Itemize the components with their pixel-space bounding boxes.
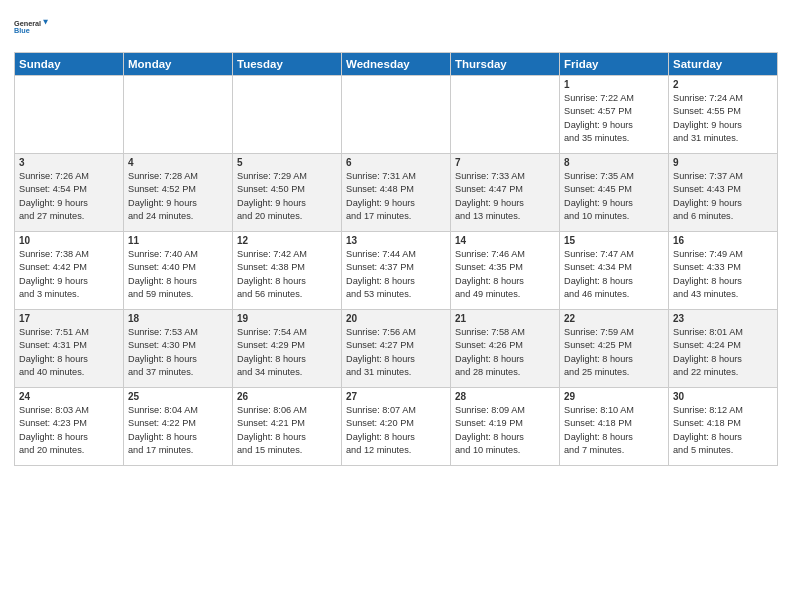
calendar-cell: 20Sunrise: 7:56 AMSunset: 4:27 PMDayligh… xyxy=(342,310,451,388)
day-number: 6 xyxy=(346,157,446,168)
day-number: 27 xyxy=(346,391,446,402)
day-number: 7 xyxy=(455,157,555,168)
day-number: 15 xyxy=(564,235,664,246)
page-header: General Blue xyxy=(14,10,778,44)
day-info: Sunrise: 8:04 AMSunset: 4:22 PMDaylight:… xyxy=(128,404,228,457)
day-info: Sunrise: 7:46 AMSunset: 4:35 PMDaylight:… xyxy=(455,248,555,301)
calendar-cell: 25Sunrise: 8:04 AMSunset: 4:22 PMDayligh… xyxy=(124,388,233,466)
calendar-cell: 7Sunrise: 7:33 AMSunset: 4:47 PMDaylight… xyxy=(451,154,560,232)
day-number: 29 xyxy=(564,391,664,402)
day-info: Sunrise: 8:09 AMSunset: 4:19 PMDaylight:… xyxy=(455,404,555,457)
day-number: 19 xyxy=(237,313,337,324)
calendar-cell xyxy=(451,76,560,154)
calendar-cell: 9Sunrise: 7:37 AMSunset: 4:43 PMDaylight… xyxy=(669,154,778,232)
day-info: Sunrise: 7:22 AMSunset: 4:57 PMDaylight:… xyxy=(564,92,664,145)
svg-marker-2 xyxy=(43,20,48,25)
col-header-sunday: Sunday xyxy=(15,53,124,76)
day-info: Sunrise: 7:29 AMSunset: 4:50 PMDaylight:… xyxy=(237,170,337,223)
day-number: 24 xyxy=(19,391,119,402)
calendar-cell: 21Sunrise: 7:58 AMSunset: 4:26 PMDayligh… xyxy=(451,310,560,388)
day-info: Sunrise: 7:49 AMSunset: 4:33 PMDaylight:… xyxy=(673,248,773,301)
calendar-cell: 3Sunrise: 7:26 AMSunset: 4:54 PMDaylight… xyxy=(15,154,124,232)
calendar-cell: 8Sunrise: 7:35 AMSunset: 4:45 PMDaylight… xyxy=(560,154,669,232)
svg-text:Blue: Blue xyxy=(14,26,30,35)
day-number: 10 xyxy=(19,235,119,246)
day-number: 17 xyxy=(19,313,119,324)
day-info: Sunrise: 7:54 AMSunset: 4:29 PMDaylight:… xyxy=(237,326,337,379)
calendar-cell: 14Sunrise: 7:46 AMSunset: 4:35 PMDayligh… xyxy=(451,232,560,310)
day-info: Sunrise: 7:51 AMSunset: 4:31 PMDaylight:… xyxy=(19,326,119,379)
calendar-cell: 16Sunrise: 7:49 AMSunset: 4:33 PMDayligh… xyxy=(669,232,778,310)
calendar-cell xyxy=(15,76,124,154)
day-info: Sunrise: 7:58 AMSunset: 4:26 PMDaylight:… xyxy=(455,326,555,379)
calendar-cell: 22Sunrise: 7:59 AMSunset: 4:25 PMDayligh… xyxy=(560,310,669,388)
calendar-cell: 10Sunrise: 7:38 AMSunset: 4:42 PMDayligh… xyxy=(15,232,124,310)
week-row-1: 1Sunrise: 7:22 AMSunset: 4:57 PMDaylight… xyxy=(15,76,778,154)
day-info: Sunrise: 7:28 AMSunset: 4:52 PMDaylight:… xyxy=(128,170,228,223)
calendar-cell: 23Sunrise: 8:01 AMSunset: 4:24 PMDayligh… xyxy=(669,310,778,388)
day-info: Sunrise: 8:06 AMSunset: 4:21 PMDaylight:… xyxy=(237,404,337,457)
day-info: Sunrise: 7:59 AMSunset: 4:25 PMDaylight:… xyxy=(564,326,664,379)
day-info: Sunrise: 7:31 AMSunset: 4:48 PMDaylight:… xyxy=(346,170,446,223)
day-info: Sunrise: 7:44 AMSunset: 4:37 PMDaylight:… xyxy=(346,248,446,301)
day-info: Sunrise: 8:07 AMSunset: 4:20 PMDaylight:… xyxy=(346,404,446,457)
day-number: 8 xyxy=(564,157,664,168)
day-number: 20 xyxy=(346,313,446,324)
calendar-cell: 24Sunrise: 8:03 AMSunset: 4:23 PMDayligh… xyxy=(15,388,124,466)
calendar-cell xyxy=(233,76,342,154)
day-info: Sunrise: 7:40 AMSunset: 4:40 PMDaylight:… xyxy=(128,248,228,301)
calendar-cell: 13Sunrise: 7:44 AMSunset: 4:37 PMDayligh… xyxy=(342,232,451,310)
day-number: 28 xyxy=(455,391,555,402)
day-number: 26 xyxy=(237,391,337,402)
calendar-cell: 4Sunrise: 7:28 AMSunset: 4:52 PMDaylight… xyxy=(124,154,233,232)
day-number: 5 xyxy=(237,157,337,168)
calendar-cell: 1Sunrise: 7:22 AMSunset: 4:57 PMDaylight… xyxy=(560,76,669,154)
day-number: 30 xyxy=(673,391,773,402)
calendar-cell: 17Sunrise: 7:51 AMSunset: 4:31 PMDayligh… xyxy=(15,310,124,388)
calendar-cell xyxy=(342,76,451,154)
day-info: Sunrise: 7:38 AMSunset: 4:42 PMDaylight:… xyxy=(19,248,119,301)
calendar-cell: 15Sunrise: 7:47 AMSunset: 4:34 PMDayligh… xyxy=(560,232,669,310)
week-row-5: 24Sunrise: 8:03 AMSunset: 4:23 PMDayligh… xyxy=(15,388,778,466)
day-number: 25 xyxy=(128,391,228,402)
day-info: Sunrise: 7:42 AMSunset: 4:38 PMDaylight:… xyxy=(237,248,337,301)
header-row: SundayMondayTuesdayWednesdayThursdayFrid… xyxy=(15,53,778,76)
col-header-tuesday: Tuesday xyxy=(233,53,342,76)
calendar-cell: 29Sunrise: 8:10 AMSunset: 4:18 PMDayligh… xyxy=(560,388,669,466)
day-info: Sunrise: 7:47 AMSunset: 4:34 PMDaylight:… xyxy=(564,248,664,301)
calendar-cell: 28Sunrise: 8:09 AMSunset: 4:19 PMDayligh… xyxy=(451,388,560,466)
week-row-3: 10Sunrise: 7:38 AMSunset: 4:42 PMDayligh… xyxy=(15,232,778,310)
day-number: 11 xyxy=(128,235,228,246)
day-number: 21 xyxy=(455,313,555,324)
day-number: 14 xyxy=(455,235,555,246)
day-info: Sunrise: 7:37 AMSunset: 4:43 PMDaylight:… xyxy=(673,170,773,223)
calendar-cell: 6Sunrise: 7:31 AMSunset: 4:48 PMDaylight… xyxy=(342,154,451,232)
col-header-thursday: Thursday xyxy=(451,53,560,76)
day-info: Sunrise: 7:33 AMSunset: 4:47 PMDaylight:… xyxy=(455,170,555,223)
calendar-cell xyxy=(124,76,233,154)
logo-svg: General Blue xyxy=(14,10,48,44)
day-number: 23 xyxy=(673,313,773,324)
day-number: 22 xyxy=(564,313,664,324)
calendar-cell: 27Sunrise: 8:07 AMSunset: 4:20 PMDayligh… xyxy=(342,388,451,466)
col-header-saturday: Saturday xyxy=(669,53,778,76)
day-number: 2 xyxy=(673,79,773,90)
week-row-2: 3Sunrise: 7:26 AMSunset: 4:54 PMDaylight… xyxy=(15,154,778,232)
calendar-cell: 11Sunrise: 7:40 AMSunset: 4:40 PMDayligh… xyxy=(124,232,233,310)
day-info: Sunrise: 7:24 AMSunset: 4:55 PMDaylight:… xyxy=(673,92,773,145)
calendar-cell: 26Sunrise: 8:06 AMSunset: 4:21 PMDayligh… xyxy=(233,388,342,466)
logo: General Blue xyxy=(14,10,48,44)
calendar-cell: 2Sunrise: 7:24 AMSunset: 4:55 PMDaylight… xyxy=(669,76,778,154)
col-header-monday: Monday xyxy=(124,53,233,76)
calendar-cell: 5Sunrise: 7:29 AMSunset: 4:50 PMDaylight… xyxy=(233,154,342,232)
calendar-cell: 18Sunrise: 7:53 AMSunset: 4:30 PMDayligh… xyxy=(124,310,233,388)
col-header-friday: Friday xyxy=(560,53,669,76)
day-info: Sunrise: 7:35 AMSunset: 4:45 PMDaylight:… xyxy=(564,170,664,223)
day-number: 12 xyxy=(237,235,337,246)
page-container: General Blue SundayMondayTuesdayWednesda… xyxy=(0,0,792,474)
week-row-4: 17Sunrise: 7:51 AMSunset: 4:31 PMDayligh… xyxy=(15,310,778,388)
day-info: Sunrise: 8:12 AMSunset: 4:18 PMDaylight:… xyxy=(673,404,773,457)
day-number: 13 xyxy=(346,235,446,246)
calendar-cell: 12Sunrise: 7:42 AMSunset: 4:38 PMDayligh… xyxy=(233,232,342,310)
day-number: 4 xyxy=(128,157,228,168)
